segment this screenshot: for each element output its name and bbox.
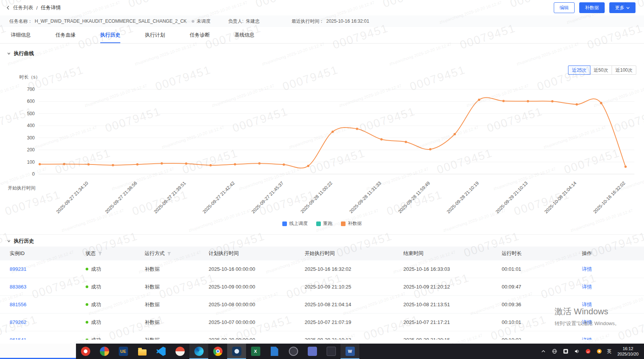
task-name-value: H_WF_DWD_TRADE_HKAUDIT_ECOMMERCE_SALE_CH… (35, 18, 187, 24)
tab-diagnosis[interactable]: 任务诊断 (190, 27, 210, 43)
run-mode-filter-icon[interactable] (167, 252, 171, 256)
legend-label: 重跑 (323, 220, 332, 227)
status-filter-icon[interactable] (98, 252, 102, 256)
instance-id-link[interactable]: 883863 (10, 284, 26, 290)
collapse-chevron-icon[interactable] (7, 52, 11, 55)
tab-execution-plan[interactable]: 执行计划 (145, 27, 165, 43)
svg-text:2025-09-27 21:42:42: 2025-09-27 21:42:42 (202, 180, 236, 215)
input-method-icon[interactable] (562, 348, 569, 355)
taskbar-app-ultraedit[interactable]: UE (114, 344, 133, 359)
legend-item-2[interactable]: 补数据 (341, 220, 362, 227)
svg-text:2025-09-29 21:10:13: 2025-09-29 21:10:13 (494, 180, 529, 215)
taskbar-app-excel[interactable]: X (246, 344, 265, 359)
svg-text:200: 200 (27, 147, 35, 153)
detail-link[interactable]: 详情 (582, 266, 592, 272)
detail-link[interactable]: 详情 (582, 337, 592, 340)
breadcrumb-task-list[interactable]: 任务列表 (13, 4, 33, 11)
success-dot-icon (86, 303, 88, 306)
execution-history-table: 实例ID 状态 运行方式 计划执行时间 开始执行时间 结束时间 运行时长 操作 … (0, 247, 644, 340)
tab-detail-info[interactable]: 详细信息 (11, 27, 31, 43)
table-row: 881556 成功 补数据 2025-10-08 00:00:00 2025-1… (0, 296, 644, 314)
start-time-cell: 2025-10-08 21:04:14 (305, 302, 403, 307)
range-50-button[interactable]: 近50次 (590, 65, 612, 75)
legend-label: 线上调度 (289, 220, 308, 227)
legend-swatch-icon (316, 221, 321, 226)
language-indicator[interactable]: 英 (607, 348, 612, 355)
svg-text:2025-09-27 21:39:51: 2025-09-27 21:39:51 (153, 180, 187, 215)
sogou-input-icon[interactable] (585, 348, 592, 355)
svg-text:时长（s）: 时长（s） (19, 74, 40, 80)
taskbar-app-purple-app[interactable] (303, 344, 322, 359)
last-exec-label: 最近执行时间： (292, 18, 324, 25)
taskbar-app-blue-doc[interactable] (265, 344, 284, 359)
col-duration: 运行时长 (502, 250, 582, 257)
security-badge-icon[interactable] (596, 348, 603, 355)
end-time-cell: 2025-10-08 21:13:51 (403, 302, 502, 307)
taskbar-app-honeyview[interactable] (170, 344, 189, 359)
taskbar-app-vscode[interactable] (152, 344, 170, 359)
task-info-row: 任务名称：H_WF_DWD_TRADE_HKAUDIT_ECOMMERCE_SA… (0, 15, 644, 27)
instance-id-link[interactable]: 881556 (10, 302, 26, 307)
taskbar-app-dark-square[interactable] (322, 344, 341, 359)
system-tray: 英 16:12 2025/10/20 (540, 344, 644, 359)
range-25-button[interactable]: 近25次 (568, 65, 590, 75)
detail-link[interactable]: 详情 (582, 302, 592, 307)
taskbar-clock[interactable]: 16:12 2025/10/20 (616, 346, 640, 357)
detail-link[interactable]: 详情 (582, 319, 592, 325)
line-chart: 0100200300400500600700时长（s）开始执行时间2025-09… (0, 61, 644, 234)
taskbar-search-box[interactable] (0, 344, 76, 359)
legend-swatch-icon (282, 221, 287, 226)
unscheduled-dot-icon (192, 20, 194, 23)
tab-lineage[interactable]: 任务血缘 (56, 27, 76, 43)
taskbar-app-edge[interactable] (189, 344, 208, 359)
planned-time-cell: 2025-09-29 00:00:00 (209, 337, 305, 340)
success-dot-icon (86, 339, 88, 340)
table-row: 883863 成功 补数据 2025-10-09 00:00:00 2025-1… (0, 278, 644, 296)
breadcrumb-current: 任务详情 (41, 4, 61, 11)
volume-icon[interactable] (573, 348, 580, 355)
taskbar-app-file-explorer[interactable] (133, 344, 152, 359)
detail-link[interactable]: 详情 (582, 284, 592, 290)
edit-button[interactable]: 编辑 (554, 2, 575, 13)
back-icon[interactable] (6, 5, 10, 10)
legend-item-1[interactable]: 重跑 (316, 220, 332, 227)
more-button[interactable]: 更多 (609, 2, 636, 13)
range-100-button[interactable]: 近100次 (612, 65, 636, 75)
success-dot-icon (86, 321, 88, 324)
network-globe-icon[interactable] (551, 348, 558, 355)
chevron-down-icon (626, 7, 630, 9)
breadcrumb: 任务列表 / 任务详情 (6, 4, 61, 11)
chevron-up-icon[interactable] (540, 348, 547, 355)
taskbar-app-dark-ball[interactable] (284, 344, 303, 359)
table-row: 861541 成功 补数据 2025-09-29 00:00:00 2025-0… (0, 331, 644, 340)
word-icon: W (346, 347, 355, 356)
schedule-status-text: 未调度 (197, 18, 211, 25)
backfill-button[interactable]: 补数据 (579, 2, 605, 13)
taskbar-app-chrome[interactable] (208, 344, 227, 359)
range-button-group: 近25次 近50次 近100次 (568, 65, 636, 75)
curve-section-title: 执行曲线 (14, 50, 34, 57)
pinwheel-icon (100, 347, 109, 356)
taskbar-app-capture-tool[interactable] (227, 344, 246, 359)
owner-label: 负责人: (228, 18, 243, 25)
instance-id-link[interactable]: 899231 (10, 266, 26, 272)
duration-cell: 00:09:47 (502, 284, 582, 290)
instance-id-link[interactable]: 879262 (10, 319, 26, 325)
instance-id-link[interactable]: 861541 (10, 337, 26, 340)
blue-doc-icon (271, 347, 278, 356)
tab-execution-history[interactable]: 执行历史 (100, 27, 120, 43)
col-end-time: 结束时间 (403, 250, 502, 257)
taskbar-app-pinwheel[interactable] (95, 344, 114, 359)
vscode-icon (157, 347, 166, 356)
run-mode-cell: 补数据 (145, 266, 209, 273)
tab-baseline-info[interactable]: 基线信息 (234, 27, 255, 43)
owner-value: 朱建忠 (246, 18, 260, 25)
legend-item-0[interactable]: 线上调度 (282, 220, 308, 227)
svg-text:2025-09-27 21:34:10: 2025-09-27 21:34:10 (55, 180, 89, 215)
taskbar-app-red-browser[interactable] (76, 344, 95, 359)
collapse-chevron-icon[interactable] (7, 239, 11, 243)
start-time-cell: 2025-10-09 21:10:25 (305, 284, 403, 290)
last-exec-value: 2025-10-16 16:32:01 (326, 18, 369, 24)
purple-app-icon (308, 347, 317, 356)
taskbar-app-word[interactable]: W (341, 344, 359, 359)
